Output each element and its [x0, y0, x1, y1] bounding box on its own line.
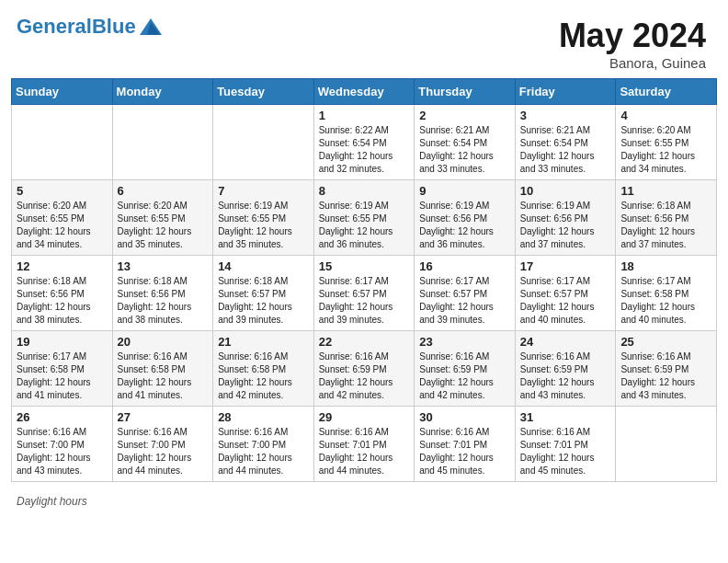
calendar-cell: 31Sunrise: 6:16 AMSunset: 7:01 PMDayligh…	[515, 407, 616, 482]
day-number: 31	[520, 410, 611, 424]
calendar-cell: 5Sunrise: 6:20 AMSunset: 6:55 PMDaylight…	[12, 180, 113, 256]
day-number: 19	[17, 335, 108, 349]
day-number: 9	[419, 184, 510, 198]
calendar-cell: 19Sunrise: 6:17 AMSunset: 6:58 PMDayligh…	[12, 331, 113, 407]
calendar-cell: 29Sunrise: 6:16 AMSunset: 7:01 PMDayligh…	[313, 407, 415, 482]
weekday-header-thursday: Thursday	[415, 79, 516, 105]
calendar-cell: 23Sunrise: 6:16 AMSunset: 6:59 PMDayligh…	[415, 331, 516, 407]
week-row-2: 5Sunrise: 6:20 AMSunset: 6:55 PMDaylight…	[12, 180, 717, 256]
day-number: 14	[218, 259, 309, 273]
day-number: 26	[17, 410, 108, 424]
day-info: Sunrise: 6:20 AMSunset: 6:55 PMDaylight:…	[17, 200, 108, 251]
day-info: Sunrise: 6:17 AMSunset: 6:58 PMDaylight:…	[620, 275, 711, 327]
day-info: Sunrise: 6:16 AMSunset: 7:00 PMDaylight:…	[218, 426, 309, 477]
calendar-cell: 15Sunrise: 6:17 AMSunset: 6:57 PMDayligh…	[313, 256, 415, 331]
calendar-cell: 22Sunrise: 6:16 AMSunset: 6:59 PMDayligh…	[313, 331, 415, 407]
calendar-cell	[616, 407, 717, 482]
calendar-cell: 28Sunrise: 6:16 AMSunset: 7:00 PMDayligh…	[213, 407, 314, 482]
day-number: 20	[118, 335, 209, 349]
logo-text: GeneralBlue	[17, 17, 136, 37]
day-number: 24	[520, 335, 611, 349]
calendar-cell: 25Sunrise: 6:16 AMSunset: 6:59 PMDayligh…	[616, 331, 717, 407]
week-row-5: 26Sunrise: 6:16 AMSunset: 7:00 PMDayligh…	[12, 407, 717, 482]
day-number: 10	[520, 184, 611, 198]
calendar-cell: 8Sunrise: 6:19 AMSunset: 6:55 PMDaylight…	[313, 180, 415, 256]
weekday-header-monday: Monday	[112, 79, 213, 105]
day-info: Sunrise: 6:20 AMSunset: 6:55 PMDaylight:…	[118, 200, 209, 251]
title-block: May 2024 Banora, Guinea	[559, 17, 706, 71]
day-info: Sunrise: 6:18 AMSunset: 6:57 PMDaylight:…	[218, 275, 309, 327]
day-number: 16	[419, 259, 510, 273]
day-info: Sunrise: 6:16 AMSunset: 6:59 PMDaylight:…	[520, 350, 611, 402]
day-number: 3	[520, 109, 611, 122]
day-number: 7	[218, 184, 309, 198]
calendar-cell	[213, 105, 314, 180]
day-number: 27	[118, 410, 209, 424]
day-info: Sunrise: 6:19 AMSunset: 6:56 PMDaylight:…	[419, 200, 510, 251]
day-info: Sunrise: 6:17 AMSunset: 6:57 PMDaylight:…	[520, 275, 611, 327]
day-number: 25	[620, 335, 711, 349]
day-info: Sunrise: 6:16 AMSunset: 6:59 PMDaylight:…	[319, 350, 410, 402]
day-number: 22	[319, 335, 410, 349]
day-number: 28	[218, 410, 309, 424]
calendar-cell: 27Sunrise: 6:16 AMSunset: 7:00 PMDayligh…	[112, 407, 213, 482]
day-info: Sunrise: 6:16 AMSunset: 6:59 PMDaylight:…	[419, 350, 510, 402]
day-info: Sunrise: 6:16 AMSunset: 7:01 PMDaylight:…	[520, 426, 611, 477]
header: GeneralBlue May 2024 Banora, Guinea	[0, 0, 728, 78]
day-info: Sunrise: 6:16 AMSunset: 7:00 PMDaylight:…	[17, 426, 108, 477]
day-info: Sunrise: 6:17 AMSunset: 6:57 PMDaylight:…	[319, 275, 410, 327]
day-number: 5	[17, 184, 108, 198]
week-row-3: 12Sunrise: 6:18 AMSunset: 6:56 PMDayligh…	[12, 256, 717, 331]
day-info: Sunrise: 6:19 AMSunset: 6:55 PMDaylight:…	[218, 200, 309, 251]
calendar-cell: 6Sunrise: 6:20 AMSunset: 6:55 PMDaylight…	[112, 180, 213, 256]
day-info: Sunrise: 6:16 AMSunset: 7:01 PMDaylight:…	[319, 426, 410, 477]
calendar-cell: 4Sunrise: 6:20 AMSunset: 6:55 PMDaylight…	[616, 105, 717, 180]
calendar-cell: 26Sunrise: 6:16 AMSunset: 7:00 PMDayligh…	[12, 407, 113, 482]
logo-blue: Blue	[92, 15, 136, 38]
day-info: Sunrise: 6:17 AMSunset: 6:57 PMDaylight:…	[419, 275, 510, 327]
day-info: Sunrise: 6:18 AMSunset: 6:56 PMDaylight:…	[620, 200, 711, 251]
day-info: Sunrise: 6:16 AMSunset: 6:58 PMDaylight:…	[218, 350, 309, 402]
weekday-header-sunday: Sunday	[12, 79, 113, 105]
day-number: 4	[620, 109, 711, 122]
day-number: 1	[319, 109, 410, 122]
day-info: Sunrise: 6:16 AMSunset: 6:58 PMDaylight:…	[118, 350, 209, 402]
day-info: Sunrise: 6:21 AMSunset: 6:54 PMDaylight:…	[520, 124, 611, 176]
weekday-header-tuesday: Tuesday	[213, 79, 314, 105]
day-info: Sunrise: 6:16 AMSunset: 7:01 PMDaylight:…	[419, 426, 510, 477]
week-row-4: 19Sunrise: 6:17 AMSunset: 6:58 PMDayligh…	[12, 331, 717, 407]
title-location: Banora, Guinea	[559, 55, 706, 71]
calendar-cell	[12, 105, 113, 180]
title-month: May 2024	[559, 17, 706, 55]
calendar-cell: 18Sunrise: 6:17 AMSunset: 6:58 PMDayligh…	[616, 256, 717, 331]
weekday-header-row: SundayMondayTuesdayWednesdayThursdayFrid…	[12, 79, 717, 105]
day-number: 21	[218, 335, 309, 349]
logo-general: General	[17, 15, 92, 38]
day-info: Sunrise: 6:18 AMSunset: 6:56 PMDaylight:…	[118, 275, 209, 327]
footer-label: Daylight hours	[17, 495, 87, 508]
calendar-cell	[112, 105, 213, 180]
day-info: Sunrise: 6:17 AMSunset: 6:58 PMDaylight:…	[17, 350, 108, 402]
day-number: 29	[319, 410, 410, 424]
day-info: Sunrise: 6:16 AMSunset: 7:00 PMDaylight:…	[118, 426, 209, 477]
day-number: 15	[319, 259, 410, 273]
calendar-cell: 24Sunrise: 6:16 AMSunset: 6:59 PMDayligh…	[515, 331, 616, 407]
calendar-cell: 9Sunrise: 6:19 AMSunset: 6:56 PMDaylight…	[415, 180, 516, 256]
calendar-cell: 14Sunrise: 6:18 AMSunset: 6:57 PMDayligh…	[213, 256, 314, 331]
day-number: 23	[419, 335, 510, 349]
footer: Daylight hours	[0, 491, 728, 515]
week-row-1: 1Sunrise: 6:22 AMSunset: 6:54 PMDaylight…	[12, 105, 717, 180]
calendar-cell: 2Sunrise: 6:21 AMSunset: 6:54 PMDaylight…	[415, 105, 516, 180]
day-number: 30	[419, 410, 510, 424]
calendar-cell: 20Sunrise: 6:16 AMSunset: 6:58 PMDayligh…	[112, 331, 213, 407]
day-number: 2	[419, 109, 510, 122]
day-info: Sunrise: 6:22 AMSunset: 6:54 PMDaylight:…	[319, 124, 410, 176]
day-info: Sunrise: 6:18 AMSunset: 6:56 PMDaylight:…	[17, 275, 108, 327]
day-info: Sunrise: 6:20 AMSunset: 6:55 PMDaylight:…	[620, 124, 711, 176]
calendar-cell: 10Sunrise: 6:19 AMSunset: 6:56 PMDayligh…	[515, 180, 616, 256]
weekday-header-wednesday: Wednesday	[313, 79, 415, 105]
logo: GeneralBlue	[17, 17, 164, 37]
calendar-cell: 13Sunrise: 6:18 AMSunset: 6:56 PMDayligh…	[112, 256, 213, 331]
day-number: 6	[118, 184, 209, 198]
weekday-header-saturday: Saturday	[616, 79, 717, 105]
